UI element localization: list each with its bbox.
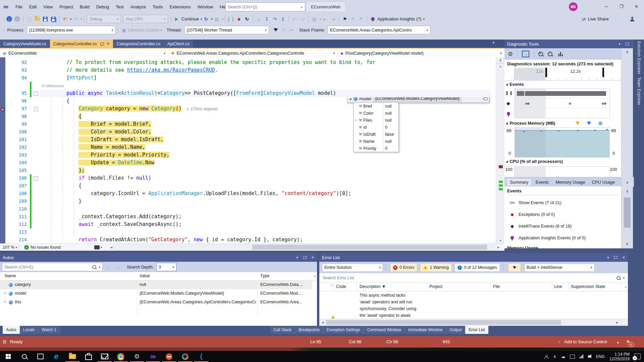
menu-tools[interactable]: Tools <box>150 3 166 11</box>
errors-toggle[interactable]: ✕ 0 Errors <box>390 263 417 272</box>
fold-margin[interactable] <box>32 182 40 190</box>
panel-tab-call-stack[interactable]: Call Stack <box>270 326 295 334</box>
events-section-header[interactable]: ◢Events <box>506 82 524 87</box>
panel-tab-autos[interactable]: Autos <box>3 326 20 334</box>
application-insights-icon[interactable] <box>369 16 376 22</box>
scroll-up-arrow[interactable]: ▲ <box>624 285 627 288</box>
scroll-up-arrow[interactable]: ∧ <box>622 48 633 55</box>
member-dropdown[interactable]: ⬥ PostCategory(CategoryViewModel model)▾ <box>338 49 504 58</box>
character-indicator[interactable]: Ch 98 <box>386 339 398 344</box>
events-tracks[interactable]: ◆◆ ◆ ◆◆ <box>515 88 610 118</box>
hscroll-left-arrow[interactable]: ◀ <box>320 320 325 325</box>
search-icon[interactable]: ⌕ <box>301 4 303 10</box>
code-text[interactable]: Category category = new Category()≤ 273m… <box>40 105 490 113</box>
fold-margin[interactable] <box>32 59 40 66</box>
collapse-icon[interactable]: − <box>34 92 38 96</box>
marker-format-icon[interactable] <box>94 245 100 249</box>
fold-margin[interactable] <box>32 120 40 128</box>
filter-button[interactable] <box>508 263 521 272</box>
minimize-button[interactable]: ─ <box>599 0 614 13</box>
code-text[interactable]: category.IconUrl = ApplicationManager.Up… <box>40 190 490 197</box>
menu-test[interactable]: Test <box>113 3 127 11</box>
next-bookmark-button[interactable]: ↱ <box>358 16 364 22</box>
perftip[interactable]: ≤ 273ms elapsed <box>187 107 217 111</box>
diagnostic-scrollbar[interactable]: ∧ ∨ ∧ ∨ <box>621 48 633 248</box>
file-explorer[interactable] <box>64 351 80 362</box>
open-file-button[interactable] <box>34 16 41 22</box>
undo-button[interactable]: ↶ <box>62 16 68 22</box>
column-indicator[interactable]: Col 98 <box>349 339 362 344</box>
error-list-titlebar[interactable]: Error List ▾ ✕ <box>319 253 628 262</box>
code-text[interactable]: 0 references <box>40 82 490 89</box>
code-text[interactable]: Name = model.Name, <box>40 143 490 151</box>
reset-view-chart-icon[interactable] <box>558 52 564 56</box>
menu-project[interactable]: Project <box>56 3 76 11</box>
summary-item[interactable]: ◆Exceptions (0 of 0) <box>504 207 621 219</box>
fold-margin[interactable] <box>32 205 40 213</box>
code-text[interactable]: await _context.SaveChangesAsync(); <box>40 221 490 228</box>
code-line[interactable]: 109 } <box>5 197 490 205</box>
panel-tab-locals[interactable]: Locals <box>20 326 39 334</box>
diag-tab-memory-usage[interactable]: Memory Usage <box>552 179 588 186</box>
scroll-down-arrow[interactable]: ▼ <box>496 238 505 243</box>
people-icon[interactable] <box>544 355 548 359</box>
application-insights-button[interactable]: Application Insights (?) <box>377 16 422 21</box>
cloud-icon[interactable]: ☁ <box>561 354 565 359</box>
action-center-icon[interactable]: 4 <box>634 354 641 359</box>
pause-button[interactable]: ❙❙ <box>227 16 234 22</box>
settings-gear-icon[interactable]: ⚙ <box>508 51 513 58</box>
code-text[interactable] <box>40 228 490 236</box>
solution-platforms-dropdown[interactable]: Any CPU▾ <box>123 15 168 23</box>
stack-frame-dropdown[interactable]: EComerceWeb.Areas.Categories.ApiContro▾ <box>328 26 430 34</box>
navigate-forward-button[interactable]: → <box>14 16 21 22</box>
collapse-icon[interactable]: − <box>34 176 38 181</box>
expander-icon[interactable]: ▷ <box>4 300 6 303</box>
flag-threads-button[interactable]: ⚐ <box>280 27 287 34</box>
thread-dropdown[interactable]: [107548] Worker Thread▾ <box>184 26 269 34</box>
hscroll-thumb[interactable] <box>252 245 487 250</box>
memory-legend-icon[interactable] <box>598 121 602 125</box>
code-text[interactable]: }; <box>40 167 490 174</box>
code-editor[interactable]: 92 // To protect from overposting attack… <box>0 57 504 243</box>
volume-icon[interactable] <box>588 355 590 358</box>
code-text[interactable]: if (model.Files != null) <box>40 174 490 182</box>
zoom-level-dropdown[interactable]: 107 % <box>3 245 14 250</box>
hscroll-right-arrow[interactable]: ▶ <box>614 320 620 325</box>
error-list-search-input[interactable]: Search Error List ▾ <box>319 273 628 283</box>
increase-indent-button[interactable]: ⇥ <box>330 16 336 22</box>
fold-margin[interactable] <box>32 151 40 159</box>
code-line[interactable]: 104 Update = DateTime.Now <box>5 159 490 167</box>
summary-item[interactable]: Application Insights Events (0 of 0) <box>504 230 621 242</box>
fold-margin[interactable]: − <box>32 89 40 97</box>
fold-margin[interactable] <box>32 74 40 82</box>
export-icon[interactable]: → <box>522 51 529 57</box>
fold-margin[interactable] <box>32 197 40 205</box>
fold-margin[interactable]: − <box>32 174 40 182</box>
code-line[interactable]: 95✎− public async Task<ActionResult<Cate… <box>5 89 490 97</box>
search-back-button[interactable]: ← <box>106 264 113 270</box>
panel-tab-breakpoints[interactable]: Breakpoints <box>295 326 323 334</box>
code-line[interactable]: 112 await _context.SaveChangesAsync(); <box>5 221 490 228</box>
decrease-indent-button[interactable]: ⇤ <box>322 16 328 22</box>
autos-row[interactable]: categorynullEComerceWeb.Data.... <box>0 281 312 289</box>
pin-icon[interactable] <box>303 255 307 259</box>
memory-section-header[interactable]: ◢Process Memory (MB) <box>506 121 602 126</box>
panel-tab-watch-1[interactable]: Watch 1 <box>38 326 60 334</box>
bookmark-button[interactable]: ⚑ <box>341 16 348 22</box>
selection-end-marker[interactable] <box>602 68 604 77</box>
suspend-threads-button[interactable]: ✂ <box>288 27 295 34</box>
menu-view[interactable]: View <box>40 3 56 11</box>
window-position-dropdown[interactable]: ▾ <box>607 255 609 260</box>
continue-dropdown[interactable]: ▾ <box>201 17 202 21</box>
save-all-button[interactable] <box>50 16 57 22</box>
microsoft-store[interactable] <box>80 351 97 362</box>
menu-debug[interactable]: Debug <box>93 3 112 11</box>
browser-link-icon[interactable]: ▦ <box>213 16 220 22</box>
code-text[interactable]: { <box>40 182 490 190</box>
prev-bookmark-button[interactable]: ↰ <box>350 16 356 22</box>
menu-window[interactable]: Window <box>195 3 216 11</box>
code-line[interactable]: 0 references <box>5 82 490 89</box>
fold-margin[interactable] <box>32 113 40 120</box>
column-header-code[interactable]: Code <box>336 284 346 289</box>
taskbar-search[interactable] <box>16 351 32 362</box>
